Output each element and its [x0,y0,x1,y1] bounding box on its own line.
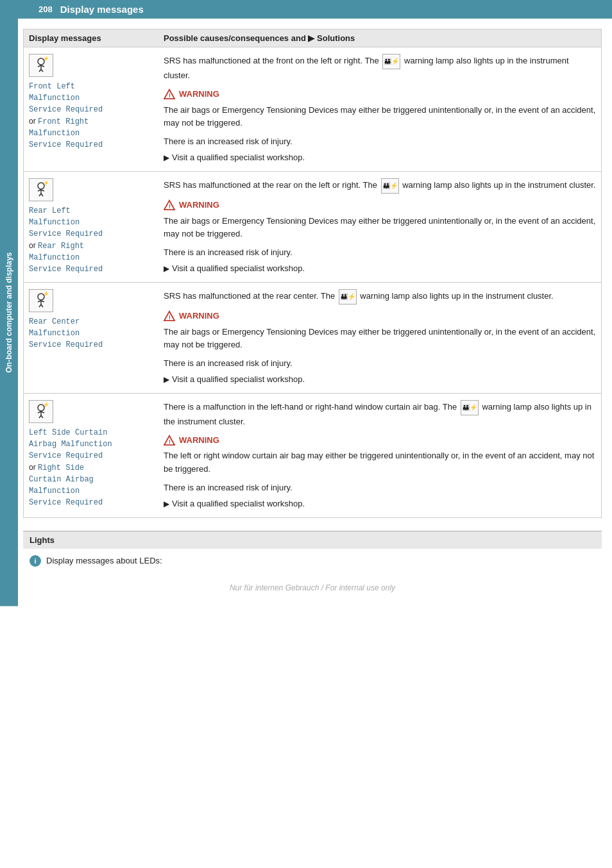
lights-body-text: Display messages about LEDs: [46,556,162,565]
solution-row3: ▶ Visit a qualified specialist workshop. [164,373,596,387]
svg-line-32 [41,415,43,418]
table-row: ⚡ Front Left Malfunction Service Require… [24,47,601,172]
svg-line-5 [41,69,43,72]
inline-srs-icon: 👪⚡ [461,400,479,415]
causes-cell-row1: SRS has malfunctioned at the front on th… [164,54,596,165]
warning-triangle-icon: ! [164,88,175,100]
srs-icon-box-row2: ⚡ [29,178,53,201]
warning-block-row1: ! WARNING The air bags or Emergency Tens… [164,88,596,130]
main-content: On-board computer and displays Display m… [0,19,612,606]
warning-triangle-icon: ! [164,310,175,322]
srs-icon-row1: ⚡ [31,56,51,74]
inline-srs-icon: 👪⚡ [381,178,399,194]
msg-cell-row4: ⚡ Left Side Curtain Airbag Malfunction S… [29,400,164,508]
warning-block-row4: ! WARNING The left or right window curta… [164,434,596,476]
bullet-arrow-icon: ▶ [164,498,169,510]
warning-body-row3: The air bags or Emergency Tensioning Dev… [164,326,596,353]
footer-text: Nur für internen Gebrauch / For internal… [23,573,602,596]
col-header-causes: Possible causes/consequences and ▶ Solut… [164,33,596,43]
msg-text-row3: Rear Center Malfunction Service Required [29,316,157,351]
srs-icon-box-row1: ⚡ [29,54,53,77]
msg-text-row4: Left Side Curtain Airbag Malfunction Ser… [29,427,157,508]
svg-line-14 [41,194,43,196]
msg-cell-row1: ⚡ Front Left Malfunction Service Require… [29,54,164,151]
warning-title-row3: ! WARNING [164,310,596,323]
svg-text:⚡: ⚡ [43,403,49,408]
bullet-arrow-icon: ▶ [164,263,169,275]
svg-text:⚡: ⚡ [43,56,49,62]
warning-title-row4: ! WARNING [164,434,596,447]
warning-body-row1: The air bags or Emergency Tensioning Dev… [164,104,596,131]
causes-cell-row2: SRS has malfunctioned at the rear on the… [164,178,596,276]
svg-text:!: ! [169,315,171,321]
warning-block-row2: ! WARNING The air bags or Emergency Tens… [164,199,596,241]
svg-text:!: ! [169,438,171,445]
srs-icon-box-row3: ⚡ [29,289,53,312]
causes-cell-row4: There is a malfunction in the left-hand … [164,400,596,511]
lights-body: i Display messages about LEDs: [23,549,602,573]
solution-row1: ▶ Visit a qualified specialist workshop. [164,151,596,165]
bullet-arrow-icon: ▶ [164,152,169,164]
table-row: ⚡ Rear Center Malfunction Service Requir… [24,283,601,394]
header-title: Display messages [60,4,144,15]
lights-header: Lights [23,531,602,549]
risk-text-row2: There is an increased risk of injury. [164,246,596,260]
msg-text-row1: Front Left Malfunction Service Required … [29,81,157,151]
svg-text:!: ! [169,204,171,210]
warning-triangle-icon: ! [164,199,175,211]
srs-icon-box-row4: ⚡ [29,400,53,423]
table-header-row: Display messages Possible causes/consequ… [24,29,601,47]
svg-line-23 [41,305,43,307]
svg-text:⚡: ⚡ [43,181,49,186]
sidebar-label: On-board computer and displays [0,19,18,606]
msg-text-row2: Rear Left Malfunction Service Required o… [29,205,157,275]
msg-cell-row2: ⚡ Rear Left Malfunction Service Required… [29,178,164,275]
srs-icon-row3: ⚡ [31,292,51,310]
content-area: Display messages Possible causes/consequ… [18,19,612,606]
inline-srs-icon: 👪⚡ [382,54,400,69]
risk-text-row3: There is an increased risk of injury. [164,357,596,371]
warning-title-row2: ! WARNING [164,199,596,212]
table-row: ⚡ Left Side Curtain Airbag Malfunction S… [24,394,601,517]
svg-text:!: ! [169,93,171,99]
warning-triangle-icon: ! [164,435,175,446]
warning-body-row2: The air bags or Emergency Tensioning Dev… [164,215,596,242]
lights-section: Lights i Display messages about LEDs: [23,531,602,573]
inline-srs-icon: 👪⚡ [339,289,357,305]
info-icon: i [30,555,41,567]
warning-block-row3: ! WARNING The air bags or Emergency Tens… [164,310,596,352]
warning-title-row1: ! WARNING [164,88,596,101]
solution-row2: ▶ Visit a qualified specialist workshop. [164,262,596,276]
srs-icon-row4: ⚡ [31,403,51,421]
msg-cell-row3: ⚡ Rear Center Malfunction Service Requir… [29,289,164,351]
srs-icon-row2: ⚡ [31,181,51,199]
warning-body-row4: The left or right window curtain air bag… [164,449,596,476]
table-row: ⚡ Rear Left Malfunction Service Required… [24,172,601,283]
risk-text-row1: There is an increased risk of injury. [164,135,596,149]
col-header-messages: Display messages [29,33,164,43]
bullet-arrow-icon: ▶ [164,374,169,386]
risk-text-row4: There is an increased risk of injury. [164,481,596,495]
svg-text:⚡: ⚡ [43,292,49,297]
causes-cell-row3: SRS has malfunctioned at the rear center… [164,289,596,387]
solution-row4: ▶ Visit a qualified specialist workshop. [164,497,596,511]
display-messages-table: Display messages Possible causes/consequ… [23,29,602,518]
page-header: 208 Display messages [0,0,612,19]
page-number: 208 [38,4,53,14]
